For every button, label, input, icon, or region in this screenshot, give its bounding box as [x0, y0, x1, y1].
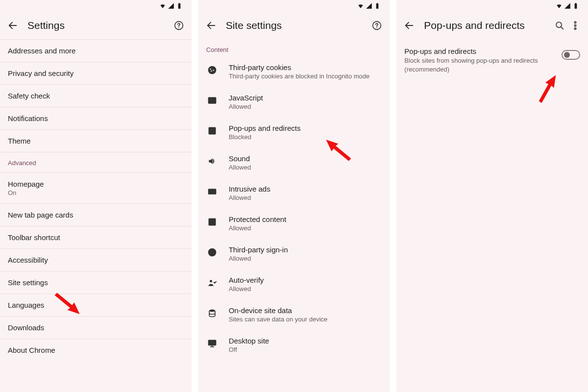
signal-icon [366, 2, 372, 9]
back-button[interactable] [205, 20, 217, 31]
item-sublabel: Allowed [229, 164, 251, 171]
item-sublabel: Allowed [229, 285, 264, 293]
item-label: Addresses and more [8, 47, 184, 55]
item-label: Third-party cookies [229, 63, 370, 72]
svg-point-12 [574, 22, 576, 23]
help-button[interactable] [371, 20, 383, 31]
signal-icon [564, 2, 571, 9]
svg-point-9 [209, 310, 215, 312]
stack-icon [206, 307, 218, 319]
settings-item-addresses-and-more[interactable]: Addresses and more [0, 40, 192, 62]
back-button[interactable] [403, 20, 415, 31]
item-label: JavaScript [229, 94, 263, 102]
panel-popups-redirects: Pop-ups and redirects Pop-ups and redire… [396, 0, 588, 392]
svg-rect-4 [208, 189, 216, 194]
search-icon [554, 20, 565, 31]
person-circle-icon [206, 246, 218, 258]
settings-item-notifications[interactable]: Notifications [0, 107, 192, 130]
site-setting-sound[interactable]: SoundAllowed [198, 147, 390, 178]
item-sublabel: Off [229, 346, 270, 353]
site-setting-third-party-sign-in[interactable]: Third-party sign-inAllowed [198, 239, 390, 269]
back-arrow-icon [404, 20, 415, 31]
site-setting-auto-verify[interactable]: Auto-verifyAllowed [198, 269, 390, 299]
item-label: Safety check [8, 92, 184, 100]
settings-item-new-tab-page-cards[interactable]: New tab page cards [0, 204, 192, 226]
help-button[interactable] [173, 20, 185, 31]
item-label: Toolbar shortcut [8, 233, 184, 242]
status-bar [0, 0, 192, 12]
popups-toggle-row: Pop-ups and redirects Block sites from s… [396, 39, 588, 78]
item-label: Homepage [8, 180, 184, 188]
toggle-label: Pop-ups and redirects [404, 47, 556, 55]
item-sublabel: Blocked [229, 133, 301, 141]
svg-point-13 [574, 24, 576, 26]
cookie-icon [206, 64, 218, 76]
popups-toggle[interactable] [562, 50, 580, 60]
toggle-description: Block sites from showing pop-ups and red… [404, 56, 556, 74]
header: Site settings [198, 12, 390, 39]
site-settings-list[interactable]: Third-party cookiesThird-party cookies a… [198, 56, 390, 392]
site-setting-pop-ups-and-redirects[interactable]: Pop-ups and redirectsBlocked [198, 117, 390, 147]
back-arrow-icon [7, 20, 18, 31]
site-setting-on-device-site-data[interactable]: On-device site dataSites can save data o… [198, 299, 390, 330]
battery-icon [572, 2, 579, 9]
status-bar [198, 0, 390, 12]
item-label: Privacy and security [8, 69, 184, 77]
header: Settings [0, 12, 192, 39]
item-sublabel: Allowed [229, 103, 263, 110]
status-bar [396, 0, 588, 12]
page-title: Settings [27, 20, 169, 31]
wifi-icon [357, 2, 364, 9]
site-setting-intrusive-ads[interactable]: Intrusive adsAllowed [198, 178, 390, 208]
settings-item-site-settings[interactable]: Site settings [0, 271, 192, 294]
signal-icon [168, 2, 174, 9]
person-check-icon [206, 277, 218, 289]
site-setting-javascript[interactable]: JavaScriptAllowed [198, 87, 390, 117]
item-label: Intrusive ads [229, 185, 270, 193]
item-label: Protected content [229, 215, 287, 223]
wifi-icon [556, 2, 563, 9]
item-label: Desktop site [229, 337, 270, 345]
settings-item-privacy-and-security[interactable]: Privacy and security [0, 62, 192, 85]
item-label: Languages [8, 301, 184, 309]
header: Pop-ups and redirects [396, 12, 588, 39]
section-advanced-label: Advanced [0, 152, 192, 173]
search-button[interactable] [554, 20, 565, 31]
item-label: Accessibility [8, 256, 184, 264]
more-vert-icon [570, 20, 581, 31]
item-sublabel: On [8, 189, 184, 196]
settings-item-safety-check[interactable]: Safety check [0, 85, 192, 107]
settings-item-downloads[interactable]: Downloads [0, 317, 192, 339]
item-sublabel: Allowed [229, 255, 288, 262]
item-label: Pop-ups and redirects [229, 124, 301, 132]
wifi-icon [159, 2, 166, 9]
item-label: About Chrome [8, 346, 184, 354]
settings-item-accessibility[interactable]: Accessibility [0, 249, 192, 271]
help-icon [371, 20, 382, 31]
javascript-icon [206, 95, 218, 106]
check-box-icon [206, 216, 218, 228]
settings-item-homepage[interactable]: HomepageOn [0, 173, 192, 204]
item-sublabel: Third-party cookies are blocked in Incog… [229, 73, 370, 80]
item-sublabel: Sites can save data on your device [229, 316, 328, 323]
item-label: Notifications [8, 114, 184, 122]
settings-item-languages[interactable]: Languages [0, 294, 192, 317]
speaker-icon [206, 155, 218, 167]
item-sublabel: Allowed [229, 194, 270, 201]
back-button[interactable] [7, 20, 19, 31]
settings-list[interactable]: Addresses and morePrivacy and securitySa… [0, 40, 192, 392]
settings-item-theme[interactable]: Theme [0, 130, 192, 152]
item-label: Sound [229, 154, 251, 163]
section-content-label: Content [198, 39, 390, 56]
back-arrow-icon [206, 20, 217, 31]
settings-item-about-chrome[interactable]: About Chrome [0, 339, 192, 361]
site-setting-desktop-site[interactable]: Desktop siteOff [198, 330, 390, 360]
more-button[interactable] [569, 20, 581, 31]
item-label: New tab page cards [8, 211, 184, 219]
settings-item-toolbar-shortcut[interactable]: Toolbar shortcut [0, 226, 192, 249]
site-setting-third-party-cookies[interactable]: Third-party cookiesThird-party cookies a… [198, 56, 390, 87]
site-setting-protected-content[interactable]: Protected contentAllowed [198, 208, 390, 239]
monitor-icon [206, 338, 218, 349]
item-label: Auto-verify [229, 276, 264, 284]
panel-site-settings: Site settings Content Third-party cookie… [198, 0, 390, 392]
